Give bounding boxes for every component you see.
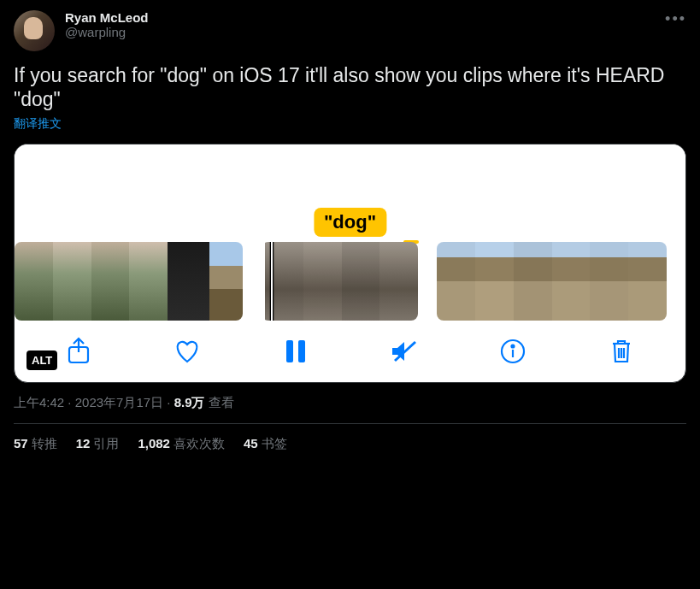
clip-2[interactable]: [262, 242, 418, 321]
media-blank-area: "dog": [15, 144, 685, 242]
likes-stat[interactable]: 1,082喜欢次数: [138, 436, 225, 452]
date: 2023年7月17日: [75, 395, 163, 409]
tweet-text: If you search for "dog" on iOS 17 it'll …: [14, 63, 686, 111]
heart-icon[interactable]: [168, 333, 206, 370]
trash-icon[interactable]: [603, 333, 640, 370]
thumbnail: [628, 242, 667, 321]
tweet-container: Ryan McLeod @warpling ••• If you search …: [0, 0, 700, 462]
retweets-count: 57: [14, 436, 28, 451]
thumbnail: [552, 242, 591, 321]
thumbnail: [53, 242, 91, 321]
playhead[interactable]: [270, 242, 274, 321]
thumbnail: [168, 242, 209, 321]
media-controls: [15, 321, 685, 382]
info-icon[interactable]: [494, 333, 532, 370]
svg-rect-2: [298, 340, 305, 362]
translate-link[interactable]: 翻译推文: [14, 116, 686, 132]
thumbnail: [475, 242, 514, 321]
display-name: Ryan McLeod: [65, 10, 149, 25]
likes-label: 喜欢次数: [174, 436, 225, 451]
bookmarks-label: 书签: [262, 436, 287, 451]
thumbnail: [15, 242, 53, 321]
media-card[interactable]: "dog": [14, 144, 686, 383]
tweet-stats: 57转推 12引用 1,082喜欢次数 45书签: [14, 424, 686, 452]
clip-3[interactable]: [437, 242, 667, 321]
thumbnail: [590, 242, 628, 321]
search-term-chip: "dog": [314, 208, 386, 237]
thumbnail: [129, 242, 168, 321]
clip-1[interactable]: [15, 242, 243, 321]
thumbnail: [342, 242, 380, 321]
svg-point-5: [511, 345, 514, 348]
retweets-stat[interactable]: 57转推: [14, 436, 57, 452]
quotes-count: 12: [76, 436, 91, 451]
tweet-timestamp[interactable]: 上午4:42 · 2023年7月17日 · 8.9万 查看: [14, 395, 686, 411]
svg-rect-1: [286, 340, 293, 362]
quotes-stat[interactable]: 12引用: [76, 436, 120, 452]
mute-icon[interactable]: [385, 333, 423, 370]
user-handle: @warpling: [65, 25, 149, 39]
likes-count: 1,082: [138, 436, 170, 451]
more-icon[interactable]: •••: [665, 10, 686, 28]
tweet-header: Ryan McLeod @warpling •••: [14, 10, 686, 51]
thumbnail: [514, 242, 552, 321]
thumbnail: [209, 242, 243, 321]
bookmarks-stat[interactable]: 45书签: [244, 436, 287, 452]
thumbnail: [379, 242, 418, 321]
views-count: 8.9万: [174, 395, 205, 409]
thumbnail: [437, 242, 475, 321]
alt-badge[interactable]: ALT: [26, 350, 57, 370]
avatar[interactable]: [14, 10, 55, 51]
video-timeline[interactable]: [15, 242, 685, 321]
retweets-label: 转推: [32, 436, 57, 451]
quotes-label: 引用: [93, 436, 119, 451]
views-label: 查看: [209, 395, 234, 409]
thumbnail: [91, 242, 130, 321]
thumbnail: [303, 242, 342, 321]
user-info[interactable]: Ryan McLeod @warpling: [65, 10, 149, 39]
pause-icon[interactable]: [277, 333, 315, 370]
bookmarks-count: 45: [244, 436, 258, 451]
time: 上午4:42: [14, 395, 64, 409]
share-icon[interactable]: [60, 333, 97, 370]
